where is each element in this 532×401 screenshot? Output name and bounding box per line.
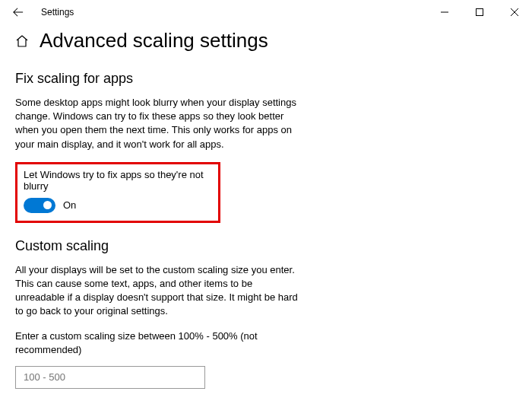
close-icon <box>511 8 518 16</box>
content-area: Advanced scaling settings Fix scaling fo… <box>0 24 532 401</box>
toggle-state-text: On <box>63 199 76 211</box>
close-button[interactable] <box>497 0 532 24</box>
toggle-knob <box>43 201 52 209</box>
scale-input[interactable] <box>15 366 205 389</box>
arrow-left-icon <box>13 7 24 18</box>
home-button[interactable] <box>15 34 29 48</box>
scale-input-label: Enter a custom scaling size between 100%… <box>15 329 289 357</box>
custom-scaling-section: Custom scaling All your displays will be… <box>15 238 517 401</box>
home-icon <box>15 34 29 48</box>
minimize-button[interactable] <box>427 0 462 24</box>
svg-rect-0 <box>477 9 483 16</box>
maximize-icon <box>476 8 483 16</box>
window-controls <box>427 0 532 24</box>
custom-scaling-heading: Custom scaling <box>15 238 517 254</box>
custom-scaling-description: All your displays will be set to the cus… <box>15 263 304 319</box>
blurry-fix-toggle[interactable] <box>24 198 55 213</box>
highlighted-toggle-area: Let Windows try to fix apps so they're n… <box>15 162 220 223</box>
page-title: Advanced scaling settings <box>40 29 268 53</box>
fix-scaling-description: Some desktop apps might look blurry when… <box>15 96 304 151</box>
back-button[interactable] <box>6 0 30 24</box>
maximize-button[interactable] <box>462 0 497 24</box>
toggle-row: On <box>24 198 212 213</box>
titlebar: Settings <box>0 0 532 24</box>
minimize-icon <box>441 8 448 16</box>
app-title: Settings <box>41 7 74 18</box>
page-header: Advanced scaling settings <box>15 29 517 53</box>
fix-scaling-heading: Fix scaling for apps <box>15 71 517 87</box>
blurry-fix-toggle-label: Let Windows try to fix apps so they're n… <box>24 169 212 192</box>
